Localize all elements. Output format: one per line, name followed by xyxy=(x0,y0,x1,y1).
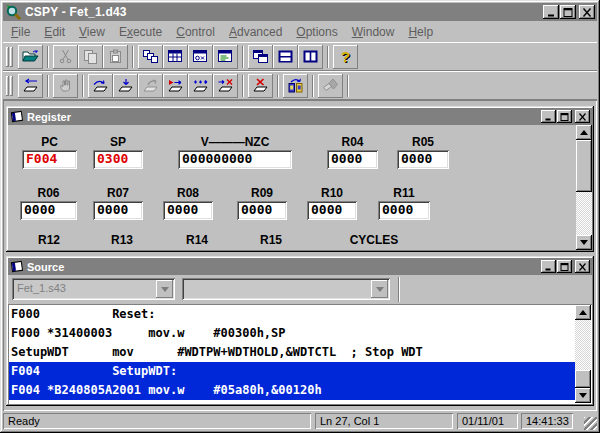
source-window-icon xyxy=(10,260,24,273)
source-scrollbar[interactable] xyxy=(575,305,591,403)
minimize-icon[interactable] xyxy=(541,260,556,273)
toolbar-drag-handle[interactable] xyxy=(6,47,14,67)
menu-view[interactable]: View xyxy=(72,23,112,41)
source-window-icon[interactable] xyxy=(213,45,238,69)
file-selector[interactable]: Fet_1.s43 xyxy=(12,278,175,300)
copy-icon[interactable] xyxy=(78,45,103,69)
register-value-r04[interactable]: 0000 xyxy=(327,150,378,169)
open-file-icon[interactable] xyxy=(18,45,43,69)
menu-options[interactable]: Options xyxy=(289,23,344,41)
register-value-r09[interactable]: 0000 xyxy=(237,201,287,220)
step-over-icon[interactable] xyxy=(88,74,113,98)
chevron-down-icon[interactable] xyxy=(371,280,388,298)
main-titlebar: CSPY - Fet_1.d43 xyxy=(3,3,597,21)
toolbar-separator xyxy=(132,46,134,68)
status-message: Ready xyxy=(3,413,311,429)
register-value-r07[interactable]: 0000 xyxy=(93,201,143,220)
register-titlebar[interactable]: Register xyxy=(8,108,592,125)
register-value-r06[interactable]: 0000 xyxy=(20,201,77,220)
toggle-windows-icon[interactable] xyxy=(138,45,163,69)
file-selector-value: Fet_1.s43 xyxy=(17,282,66,294)
watch-window-icon[interactable] xyxy=(188,45,213,69)
close-icon[interactable] xyxy=(579,5,595,19)
menu-edit[interactable]: Edit xyxy=(37,23,72,41)
reset-icon[interactable] xyxy=(18,74,43,98)
mdi-area: Register PC SP V———NZC R04 R05 F004 xyxy=(3,100,597,411)
menu-execute[interactable]: Execute xyxy=(112,23,169,41)
menu-advanced[interactable]: Advanced xyxy=(222,23,289,41)
tile-vertical-icon[interactable] xyxy=(298,45,323,69)
maximize-button[interactable] xyxy=(560,5,576,19)
window-title: CSPY - Fet_1.d43 xyxy=(25,5,543,19)
menu-help[interactable]: Help xyxy=(401,23,440,41)
source-titlebar[interactable]: Source xyxy=(8,258,592,275)
toolbar-separator xyxy=(242,75,244,97)
register-label-pc: PC xyxy=(22,136,77,149)
go-to-exit-icon[interactable] xyxy=(213,74,238,98)
search-light-icon[interactable] xyxy=(318,74,343,98)
code-line-current[interactable]: F004 SetupWDT: xyxy=(9,362,575,381)
scroll-down-icon[interactable] xyxy=(576,235,592,250)
register-window: Register PC SP V———NZC R04 R05 F004 xyxy=(6,106,594,252)
maximize-icon[interactable] xyxy=(557,110,572,123)
register-label-sp: SP xyxy=(93,136,143,149)
paste-icon[interactable] xyxy=(103,45,128,69)
close-icon[interactable] xyxy=(575,110,590,123)
source-code-lines: F000 Reset: F000 *31400003 mov.w #00300h… xyxy=(9,305,575,403)
register-label-r05: R05 xyxy=(397,136,449,149)
step-out-icon[interactable] xyxy=(138,74,163,98)
register-label-r14: R14 xyxy=(167,234,227,247)
debug-toolbar xyxy=(3,71,597,100)
scroll-up-icon[interactable] xyxy=(576,125,592,140)
scroll-up-icon[interactable] xyxy=(575,305,591,320)
chevron-down-icon[interactable] xyxy=(156,280,173,298)
register-value-r08[interactable]: 0000 xyxy=(163,201,213,220)
register-scrollbar[interactable] xyxy=(576,125,592,250)
register-value-r11[interactable]: 0000 xyxy=(378,201,430,220)
toolbar-separator xyxy=(47,46,49,68)
status-bar: Ready Ln 27, Col 1 01/11/01 14:41:33 xyxy=(3,411,597,431)
scroll-down-icon[interactable] xyxy=(575,388,591,403)
stop-hand-icon[interactable] xyxy=(53,74,78,98)
register-value-pc[interactable]: F004 xyxy=(22,150,77,169)
source-selector-bar: Fet_1.s43 xyxy=(8,275,592,304)
stop-debugging-icon[interactable] xyxy=(248,74,273,98)
toolbar-separator xyxy=(312,75,314,97)
register-value-sp[interactable]: 0300 xyxy=(93,150,143,169)
tile-horizontal-icon[interactable] xyxy=(273,45,298,69)
code-line-current[interactable]: F004 *B240805A2001 mov.w #05a80h,&00120h xyxy=(9,381,575,400)
register-content: PC SP V———NZC R04 R05 F004 0300 00000000… xyxy=(8,125,592,250)
toolbar-drag-handle[interactable] xyxy=(6,76,14,96)
minimize-icon[interactable] xyxy=(541,110,556,123)
code-line[interactable]: F000 *31400003 mov.w #00300h,SP xyxy=(9,324,575,343)
menu-file[interactable]: File xyxy=(4,23,37,41)
minimize-button[interactable] xyxy=(543,5,559,19)
menu-control[interactable]: Control xyxy=(169,23,222,41)
register-value-r10[interactable]: 0000 xyxy=(307,201,357,220)
scrollbar-thumb[interactable] xyxy=(575,370,591,388)
scrollbar-thumb[interactable] xyxy=(576,140,592,192)
menu-window[interactable]: Window xyxy=(345,23,402,41)
register-value-sr[interactable]: 000000000 xyxy=(178,150,292,169)
register-value-r05[interactable]: 0000 xyxy=(397,150,449,169)
register-label-sr: V———NZC xyxy=(178,136,292,149)
code-line[interactable]: F000 Reset: xyxy=(9,305,575,324)
step-into-icon[interactable] xyxy=(113,74,138,98)
cascade-windows-icon[interactable] xyxy=(248,45,273,69)
status-date: 01/11/01 xyxy=(457,413,518,429)
register-label-r08: R08 xyxy=(163,187,213,200)
register-window-icon xyxy=(10,110,24,123)
help-icon[interactable]: ? xyxy=(333,45,358,69)
maximize-icon[interactable] xyxy=(557,260,572,273)
close-icon[interactable] xyxy=(575,260,590,273)
code-line[interactable]: SetupWDT mov #WDTPW+WDTHOLD,&WDTCTL ; St… xyxy=(9,343,575,362)
register-label-r13: R13 xyxy=(92,234,152,247)
register-window-icon[interactable] xyxy=(163,45,188,69)
swap-register-banks-icon[interactable] xyxy=(283,74,308,98)
resize-grip[interactable] xyxy=(584,417,597,430)
go-icon[interactable] xyxy=(163,74,188,98)
context-selector[interactable] xyxy=(182,278,390,300)
register-label-r10: R10 xyxy=(307,187,357,200)
cut-icon[interactable] xyxy=(53,45,78,69)
autostep-icon[interactable] xyxy=(188,74,213,98)
